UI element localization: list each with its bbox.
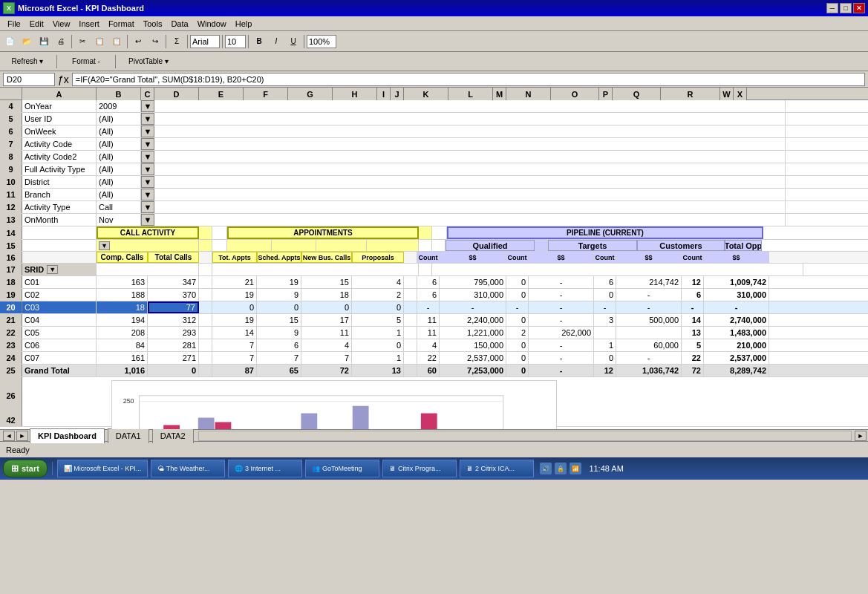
cell-l21[interactable]: 2,240,000 — [440, 314, 506, 326]
col-header-i[interactable]: I — [377, 88, 391, 100]
cell-c6-dropdown[interactable]: ▼ — [141, 125, 154, 137]
cell-e25[interactable]: 87 — [212, 365, 257, 376]
print-button[interactable]: 🖨 — [53, 33, 69, 50]
save-button[interactable]: 💾 — [36, 33, 52, 50]
cell-b20[interactable]: 18 — [97, 301, 148, 313]
cell-m21[interactable]: 0 — [506, 314, 529, 326]
cell-h23[interactable]: 0 — [352, 339, 404, 351]
cell-k25[interactable]: 60 — [417, 365, 440, 376]
cell-k24[interactable]: 22 — [417, 352, 440, 364]
cell-b13[interactable]: Nov — [97, 214, 141, 226]
cell-m19[interactable]: 0 — [506, 289, 529, 301]
cell-a4[interactable]: OnYear — [22, 100, 97, 112]
cell-p22[interactable] — [616, 327, 682, 339]
scroll-right-end[interactable]: ► — [855, 431, 867, 441]
cell-b7[interactable]: (All) — [97, 138, 141, 150]
cell-b9[interactable]: (All) — [97, 163, 141, 175]
cell-g25[interactable]: 72 — [301, 365, 352, 376]
cell-l18[interactable]: 795,000 — [440, 276, 506, 288]
taskbar-gotomeeting[interactable]: 👥 GoToMeeting — [305, 460, 379, 477]
col-header-h[interactable]: H — [333, 88, 377, 100]
cell-p19[interactable]: - — [616, 289, 682, 301]
cell-a23[interactable]: C06 — [22, 339, 97, 351]
cell-e20[interactable]: 0 — [212, 301, 257, 313]
cell-k19[interactable]: 6 — [417, 289, 440, 301]
cell-m25[interactable]: 0 — [506, 365, 529, 376]
cell-f20[interactable]: 0 — [257, 301, 301, 313]
cell-b18[interactable]: 163 — [97, 276, 148, 288]
cell-o21[interactable]: 3 — [594, 314, 616, 326]
cell-h24[interactable]: 1 — [352, 352, 404, 364]
cell-a8[interactable]: Activity Code2 — [22, 151, 97, 163]
cell-r20[interactable]: - — [704, 301, 769, 313]
cell-n18[interactable]: - — [529, 276, 594, 288]
cell-m24[interactable]: 0 — [506, 352, 529, 364]
cell-c24[interactable]: 271 — [148, 352, 199, 364]
cell-e24[interactable]: 7 — [212, 352, 257, 364]
menu-file[interactable]: File — [3, 18, 25, 30]
cell-o24[interactable]: 0 — [594, 352, 616, 364]
tray-icon-3[interactable]: 📶 — [570, 463, 581, 474]
cell-f25[interactable]: 65 — [257, 365, 301, 376]
paste-button[interactable]: 📋 — [108, 33, 125, 50]
cell-g18[interactable]: 15 — [301, 276, 352, 288]
tray-icon-1[interactable]: 🔊 — [540, 463, 552, 474]
cell-a24[interactable]: C07 — [22, 352, 97, 364]
cell-n23[interactable]: - — [529, 339, 594, 351]
cell-o18[interactable]: 6 — [594, 276, 616, 288]
font-size-input[interactable] — [225, 35, 246, 48]
cell-a25[interactable]: Grand Total — [22, 365, 97, 376]
cell-h25[interactable]: 13 — [352, 365, 404, 376]
cell-b24[interactable]: 161 — [97, 352, 148, 364]
cell-c5-dropdown[interactable]: ▼ — [141, 113, 154, 125]
col-header-o[interactable]: O — [551, 88, 599, 100]
cell-b25[interactable]: 1,016 — [97, 365, 148, 376]
cell-c13-dropdown[interactable]: ▼ — [141, 214, 154, 226]
horizontal-scrollbar[interactable]: ◄ ► KPI Dashboard DATA1 DATA2 ► — [0, 429, 868, 441]
cell-r18[interactable]: 1,009,742 — [704, 276, 769, 288]
cell-g19[interactable]: 18 — [301, 289, 352, 301]
menu-format[interactable]: Format — [104, 18, 139, 30]
format-button[interactable]: Format - — [60, 53, 112, 70]
cell-g20[interactable]: 0 — [301, 301, 352, 313]
cell-k20[interactable]: - — [417, 301, 440, 313]
cell-g23[interactable]: 4 — [301, 339, 352, 351]
cell-g24[interactable]: 7 — [301, 352, 352, 364]
cell-reference[interactable]: D20 — [3, 73, 55, 86]
zoom-input[interactable] — [307, 35, 336, 48]
cell-l20[interactable]: - — [440, 301, 506, 313]
copy-button[interactable]: 📋 — [91, 33, 108, 50]
close-button[interactable]: ✕ — [853, 3, 865, 13]
cell-k21[interactable]: 11 — [417, 314, 440, 326]
cell-a19[interactable]: C02 — [22, 289, 97, 301]
cell-h18[interactable]: 4 — [352, 276, 404, 288]
menu-data[interactable]: Data — [166, 18, 192, 30]
cell-a5[interactable]: User ID — [22, 113, 97, 125]
cell-c10-dropdown[interactable]: ▼ — [141, 176, 154, 188]
new-button[interactable]: 📄 — [1, 33, 18, 50]
cell-e19[interactable]: 19 — [212, 289, 257, 301]
cell-l19[interactable]: 310,000 — [440, 289, 506, 301]
cell-c18[interactable]: 347 — [148, 276, 199, 288]
col-header-e[interactable]: E — [199, 88, 244, 100]
cell-r25[interactable]: 8,289,742 — [704, 365, 769, 376]
cell-o19[interactable]: 0 — [594, 289, 616, 301]
start-button[interactable]: ⊞ start — [3, 460, 48, 477]
taskbar-excel[interactable]: 📊 Microsoft Excel - KPI... — [57, 460, 149, 477]
cell-c19[interactable]: 370 — [148, 289, 199, 301]
col-header-k[interactable]: K — [404, 88, 448, 100]
cell-h20[interactable]: 0 — [352, 301, 404, 313]
cell-a12[interactable]: Activity Type — [22, 201, 97, 213]
col-header-w[interactable]: W — [720, 88, 734, 100]
minimize-button[interactable]: ─ — [826, 3, 838, 13]
cell-a6[interactable]: OnWeek — [22, 125, 97, 137]
sheet-tab-data2[interactable]: DATA2 — [152, 428, 194, 443]
cell-e18[interactable]: 21 — [212, 276, 257, 288]
open-button[interactable]: 📂 — [19, 33, 35, 50]
cell-b11[interactable]: (All) — [97, 189, 141, 200]
cell-l22[interactable]: 1,221,000 — [440, 327, 506, 339]
cell-b23[interactable]: 84 — [97, 339, 148, 351]
cell-q22[interactable]: 13 — [682, 327, 704, 339]
cell-e22[interactable]: 14 — [212, 327, 257, 339]
menu-help[interactable]: Help — [231, 18, 257, 30]
